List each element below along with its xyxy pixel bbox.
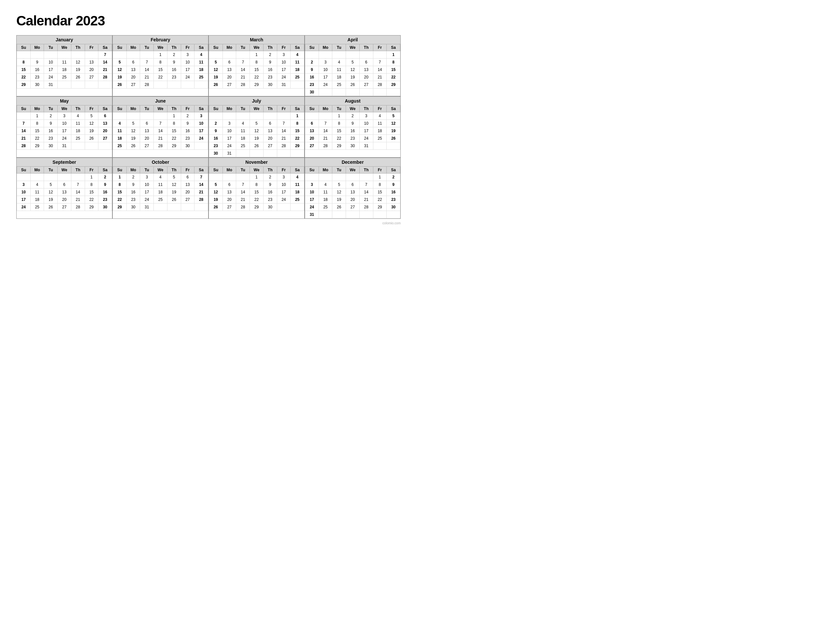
month-may: MaySuMoTuWeThFrSa12345678910111213141516… bbox=[16, 96, 112, 158]
day-cell: 2 bbox=[305, 59, 319, 66]
day-cell: 9 bbox=[305, 66, 319, 74]
day-header-mo: Mo bbox=[30, 105, 44, 112]
day-cell: 26 bbox=[71, 74, 85, 81]
day-cell: 7 bbox=[277, 120, 291, 127]
day-cell: 11 bbox=[373, 120, 387, 127]
day-cell: 15 bbox=[373, 189, 387, 196]
day-cell: 12 bbox=[332, 189, 346, 196]
day-cell: 14 bbox=[194, 181, 208, 189]
day-header-mo: Mo bbox=[318, 105, 332, 112]
day-cell: 7 bbox=[359, 181, 373, 189]
month-january: JanuarySuMoTuWeThFrSa7891011121314151617… bbox=[16, 35, 112, 96]
day-cell: 30 bbox=[346, 142, 360, 150]
day-cell: 12 bbox=[250, 127, 263, 135]
day-cell: 21 bbox=[154, 135, 168, 142]
day-cell: 12 bbox=[387, 120, 400, 127]
day-cell: 30 bbox=[263, 203, 277, 211]
day-cell: 7 bbox=[17, 120, 31, 127]
day-cell bbox=[44, 174, 58, 181]
day-cell: 22 bbox=[167, 135, 181, 142]
day-cell: 18 bbox=[291, 66, 304, 74]
day-header-su: Su bbox=[17, 105, 31, 112]
day-cell: 29 bbox=[85, 203, 99, 211]
month-table-may: SuMoTuWeThFrSa12345678910111213141516171… bbox=[17, 105, 112, 150]
day-cell: 9 bbox=[263, 181, 277, 189]
day-cell: 17 bbox=[277, 189, 291, 196]
day-cell bbox=[263, 112, 277, 120]
day-cell bbox=[113, 51, 127, 59]
day-header-th: Th bbox=[167, 105, 181, 112]
day-cell: 27 bbox=[346, 203, 360, 211]
day-cell: 27 bbox=[305, 142, 319, 150]
watermark: colomio.com bbox=[16, 221, 401, 225]
day-cell: 28 bbox=[359, 203, 373, 211]
day-cell: 29 bbox=[167, 142, 181, 150]
day-cell bbox=[99, 81, 112, 89]
day-cell: 22 bbox=[30, 135, 44, 142]
day-cell bbox=[277, 150, 291, 157]
day-cell: 5 bbox=[113, 59, 127, 66]
month-november: NovemberSuMoTuWeThFrSa123456789101112131… bbox=[208, 158, 305, 219]
month-june: JuneSuMoTuWeThFrSa1234567891011121314151… bbox=[112, 96, 208, 158]
day-cell bbox=[126, 51, 140, 59]
day-cell: 20 bbox=[263, 135, 277, 142]
day-header-mo: Mo bbox=[30, 44, 44, 51]
day-cell: 14 bbox=[71, 189, 85, 196]
day-cell: 24 bbox=[17, 203, 31, 211]
day-cell: 1 bbox=[373, 174, 387, 181]
day-header-mo: Mo bbox=[30, 167, 44, 174]
day-cell: 30 bbox=[387, 203, 400, 211]
day-header-th: Th bbox=[359, 167, 373, 174]
day-cell: 24 bbox=[58, 135, 71, 142]
day-cell: 6 bbox=[305, 120, 319, 127]
day-cell: 3 bbox=[277, 51, 291, 59]
day-cell: 3 bbox=[140, 174, 154, 181]
day-cell: 28 bbox=[236, 203, 250, 211]
day-cell: 13 bbox=[223, 66, 236, 74]
month-table-april: SuMoTuWeThFrSa12345678910111213141516171… bbox=[305, 44, 400, 96]
day-header-su: Su bbox=[113, 167, 127, 174]
day-cell: 5 bbox=[209, 181, 223, 189]
day-cell: 23 bbox=[99, 196, 112, 203]
day-cell: 9 bbox=[99, 181, 112, 189]
day-header-we: We bbox=[58, 167, 71, 174]
day-cell: 28 bbox=[71, 203, 85, 211]
day-cell bbox=[236, 51, 250, 59]
day-cell: 26 bbox=[209, 81, 223, 89]
day-cell: 26 bbox=[387, 135, 400, 142]
day-cell: 19 bbox=[346, 74, 360, 81]
day-cell: 30 bbox=[181, 142, 194, 150]
day-header-mo: Mo bbox=[223, 167, 236, 174]
day-cell: 25 bbox=[332, 81, 346, 89]
day-cell: 20 bbox=[359, 74, 373, 81]
day-cell: 10 bbox=[58, 120, 71, 127]
day-cell: 19 bbox=[209, 196, 223, 203]
day-cell: 1 bbox=[387, 51, 400, 59]
day-cell: 27 bbox=[140, 142, 154, 150]
day-cell: 13 bbox=[58, 189, 71, 196]
day-header-we: We bbox=[250, 44, 263, 51]
day-cell bbox=[58, 51, 71, 59]
day-cell bbox=[194, 203, 208, 211]
day-cell: 15 bbox=[85, 189, 99, 196]
day-cell: 15 bbox=[250, 189, 263, 196]
day-cell: 13 bbox=[126, 66, 140, 74]
day-cell: 8 bbox=[387, 59, 400, 66]
day-cell: 25 bbox=[154, 196, 168, 203]
day-cell: 27 bbox=[85, 74, 99, 81]
day-cell bbox=[58, 81, 71, 89]
day-cell: 26 bbox=[346, 81, 360, 89]
day-cell: 30 bbox=[305, 89, 319, 96]
month-title-february: February bbox=[113, 36, 208, 44]
day-cell bbox=[99, 142, 112, 150]
day-cell bbox=[318, 51, 332, 59]
day-cell: 11 bbox=[71, 120, 85, 127]
day-cell bbox=[373, 89, 387, 96]
day-cell: 25 bbox=[291, 74, 304, 81]
day-cell bbox=[346, 89, 360, 96]
day-cell: 23 bbox=[263, 74, 277, 81]
day-cell bbox=[85, 142, 99, 150]
day-cell: 4 bbox=[194, 51, 208, 59]
day-cell: 23 bbox=[263, 196, 277, 203]
day-cell: 18 bbox=[113, 135, 127, 142]
